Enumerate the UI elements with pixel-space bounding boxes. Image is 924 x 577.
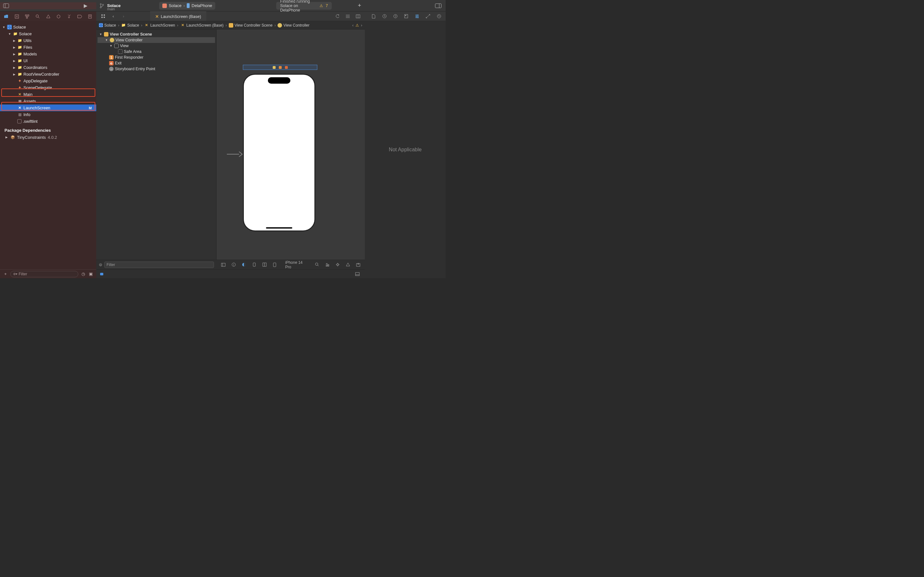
device-view[interactable] [243,74,315,231]
file-item-main[interactable]: ✕Main [0,91,96,98]
chevron-down-icon[interactable]: ▼ [99,33,103,36]
outline-entrypoint[interactable]: →Storyboard Entry Point [97,66,215,72]
help-inspector-icon[interactable]: ? [392,13,399,20]
file-item[interactable]: ✦SceneDelegate [0,84,96,91]
file-item[interactable]: ▦Assets [0,98,96,105]
scm-filter-icon[interactable]: ▣ [88,271,94,277]
chevron-right-icon[interactable]: ▶ [12,53,16,56]
scene-dock[interactable] [243,65,317,70]
add-file-button[interactable]: + [3,271,8,277]
folder-item[interactable]: ▶📁Utils [0,37,96,44]
file-inspector-icon[interactable] [370,13,377,20]
chevron-right-icon[interactable]: ▶ [5,135,8,139]
folder-item[interactable]: ▶📁Files [0,44,96,51]
layout-icon[interactable] [261,261,268,268]
chevron-down-icon[interactable]: ▼ [8,32,11,35]
chevron-right-icon[interactable]: ▶ [12,39,16,42]
navigator-filter[interactable]: ⊜▾ Filter [10,271,78,277]
related-items-icon[interactable] [99,13,107,20]
chevron-right-icon[interactable]: ▶ [12,59,16,63]
chevron-right-icon[interactable]: ▶ [12,66,16,69]
recent-filter-icon[interactable]: ◷ [80,271,86,277]
device-icon[interactable] [271,261,278,268]
pin-icon[interactable] [334,261,341,268]
scheme-selector[interactable]: Solace › DelaPhone [159,2,215,10]
chevron-down-icon[interactable]: ▼ [2,26,6,29]
breadcrumb-item[interactable]: View Controller Scene [234,23,273,27]
firstresponder-dock-icon[interactable] [279,66,282,69]
history-inspector-icon[interactable] [381,13,388,20]
outline-exit[interactable]: ⎋Exit [97,60,215,66]
folder-item[interactable]: ▶📁Coordinators [0,64,96,71]
file-item-launchscreen[interactable]: ✕LaunchScreenM [0,105,96,111]
breadcrumb-item[interactable]: LaunchScreen [150,23,175,27]
outline-safearea[interactable]: Safe Area [97,49,215,55]
interface-builder-canvas[interactable] [216,29,365,259]
adjust-editor-icon[interactable] [344,13,351,20]
run-button[interactable]: ▶ [82,2,89,9]
align-icon[interactable] [324,261,331,268]
exit-dock-icon[interactable] [285,66,288,69]
breakpoint-navigator-icon[interactable] [77,13,83,20]
embed-icon[interactable] [355,261,362,268]
new-tab-button[interactable]: + [357,2,362,9]
folder-item[interactable]: ▶📁Models [0,51,96,57]
size-inspector-icon[interactable] [425,13,431,20]
breadcrumb-item[interactable]: View Controller [283,23,309,27]
project-root[interactable]: ▼ ⛶ Solace [0,24,96,31]
chevron-right-icon[interactable]: ▶ [12,46,16,49]
file-item[interactable]: ▥Info [0,111,96,118]
appearance-icon[interactable] [240,261,247,268]
source-control-navigator-icon[interactable] [14,13,20,20]
outline-scene[interactable]: ▼View Controller Scene [97,31,215,37]
debug-area-toggle-icon[interactable] [354,271,361,277]
connections-inspector-icon[interactable] [435,13,443,20]
attributes-inspector-icon[interactable] [414,13,421,20]
library-toggle-icon[interactable] [435,2,442,9]
jump-bar[interactable]: ⛶Solace › 📁Solace › ✕LaunchScreen › ✕Lau… [96,21,365,29]
identity-inspector-icon[interactable] [403,13,410,20]
file-item[interactable]: .swiftlint [0,118,96,125]
device-label[interactable]: iPhone 14 Pro [285,260,310,269]
zoom-icon[interactable] [313,261,320,268]
breadcrumb-item[interactable]: LaunchScreen (Base) [186,23,224,27]
viewcontroller-dock-icon[interactable] [273,66,276,69]
editor-layout-icon[interactable] [355,13,362,20]
breadcrumb-item[interactable]: Solace [104,23,116,27]
package-item[interactable]: ▶ 📦 TinyConstraints 4.0.2 [0,134,96,140]
find-navigator-icon[interactable] [35,13,41,20]
file-item[interactable]: ✦AppDelegate [0,77,96,84]
chevron-down-icon[interactable]: ▼ [105,39,108,42]
symbol-navigator-icon[interactable] [24,13,30,20]
test-navigator-icon[interactable] [55,13,61,20]
nav-forward-icon[interactable]: › [120,13,127,20]
nav-back-icon[interactable]: ‹ [110,13,117,20]
outline-toggle-icon[interactable] [220,261,227,268]
project-navigator-icon[interactable] [3,13,9,20]
editor-tab[interactable]: ✕ LaunchScreen (Base) [150,11,206,21]
warning-icon[interactable]: ⚠ [355,23,359,27]
chevron-down-icon[interactable]: ▼ [109,44,113,47]
report-navigator-icon[interactable] [87,13,93,20]
refresh-icon[interactable] [334,13,341,20]
outline-view[interactable]: ▼View [97,43,215,49]
outline-filter[interactable]: Filter [104,261,214,268]
issue-navigator-icon[interactable] [45,13,51,20]
folder-item[interactable]: ▶📁RootViewController [0,71,96,77]
debug-navigator-icon[interactable] [66,13,72,20]
chevron-right-icon[interactable]: ▶ [12,73,16,76]
viewcontroller-scene[interactable] [243,65,317,231]
folder-item[interactable]: ▶📁UI [0,57,96,64]
issue-prev-icon[interactable]: ‹ [352,23,354,27]
sidebar-toggle-icon[interactable] [3,2,10,9]
breadcrumb-item[interactable]: Solace [128,23,139,27]
outline-viewcontroller[interactable]: ▼View Controller [97,37,215,43]
orientation-icon[interactable] [250,261,258,268]
issue-next-icon[interactable]: › [361,23,362,27]
debug-indicator[interactable] [100,273,103,276]
resolve-icon[interactable] [344,261,351,268]
outline-firstresponder[interactable]: 1First Responder [97,55,215,60]
activity-status[interactable]: Finished running Solace on DelaPhone ⚠ 7 [276,2,332,10]
info-icon[interactable]: i [230,261,237,268]
folder-item[interactable]: ▼ 📁 Solace [0,31,96,37]
